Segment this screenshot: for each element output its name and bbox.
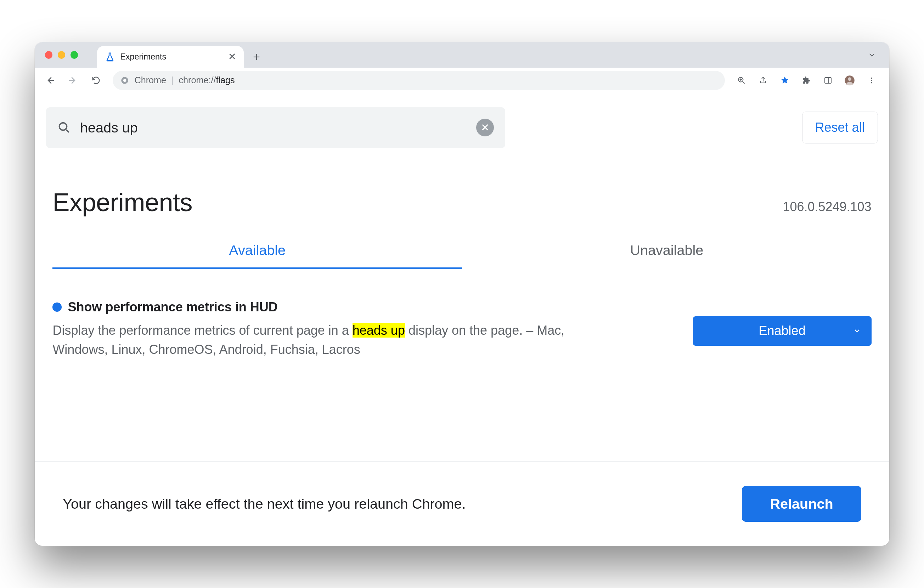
search-input[interactable] xyxy=(79,119,467,136)
extensions-icon[interactable] xyxy=(796,70,817,91)
content-inner: Experiments 106.0.5249.103 Available Una… xyxy=(35,162,889,359)
tab-strip: Experiments ✕ ＋ xyxy=(35,42,889,68)
address-bar[interactable]: Chrome | chrome://flags xyxy=(113,71,725,90)
browser-window: Experiments ✕ ＋ Chrome xyxy=(35,42,889,546)
relaunch-button[interactable]: Relaunch xyxy=(742,486,861,522)
menu-icon[interactable] xyxy=(861,70,882,91)
new-tab-button[interactable]: ＋ xyxy=(248,48,266,66)
search-highlight: heads up xyxy=(353,323,405,338)
flags-search[interactable]: ✕ xyxy=(46,107,505,148)
clear-search-icon[interactable]: ✕ xyxy=(476,119,494,137)
profile-avatar[interactable] xyxy=(840,70,860,91)
browser-toolbar: Chrome | chrome://flags xyxy=(35,68,889,93)
flag-state-select[interactable]: Enabled xyxy=(693,316,871,346)
svg-point-8 xyxy=(871,82,872,83)
search-row: ✕ Reset all xyxy=(35,93,889,162)
chrome-icon xyxy=(120,76,129,85)
svg-point-5 xyxy=(848,77,851,81)
chrome-version: 106.0.5249.103 xyxy=(783,199,871,214)
minimize-window-icon[interactable] xyxy=(58,51,66,59)
tab-title: Experiments xyxy=(120,52,223,62)
chevron-down-icon xyxy=(853,326,861,335)
url-origin: Chrome xyxy=(135,75,167,86)
page-content: ✕ Reset all Experiments 106.0.5249.103 A… xyxy=(35,93,889,546)
svg-point-1 xyxy=(123,79,127,82)
relaunch-bar: Your changes will take effect the next t… xyxy=(35,461,889,546)
tab-overflow-icon[interactable] xyxy=(867,50,885,59)
modified-dot-icon xyxy=(53,303,61,311)
tab-unavailable[interactable]: Unavailable xyxy=(462,242,871,269)
svg-point-7 xyxy=(871,80,872,81)
flask-icon xyxy=(105,52,115,62)
flag-description: Display the performance metrics of curre… xyxy=(53,321,575,359)
share-icon[interactable] xyxy=(753,70,774,91)
search-icon xyxy=(58,121,71,134)
browser-tab[interactable]: Experiments ✕ xyxy=(97,46,244,68)
zoom-icon[interactable] xyxy=(731,70,752,91)
relaunch-message: Your changes will take effect the next t… xyxy=(63,496,465,512)
bookmark-star-icon[interactable] xyxy=(774,70,795,91)
close-window-icon[interactable] xyxy=(45,51,53,59)
forward-button[interactable] xyxy=(63,70,83,91)
svg-point-6 xyxy=(871,77,872,79)
close-tab-icon[interactable]: ✕ xyxy=(228,52,236,62)
tab-available[interactable]: Available xyxy=(53,242,462,269)
reset-all-button[interactable]: Reset all xyxy=(802,112,878,143)
url-divider: | xyxy=(172,75,174,86)
page-title: Experiments xyxy=(53,188,192,217)
window-controls xyxy=(39,42,85,59)
flag-item: Show performance metrics in HUD Display … xyxy=(53,300,871,359)
flag-tabs: Available Unavailable xyxy=(53,242,871,269)
svg-point-9 xyxy=(59,123,67,130)
maximize-window-icon[interactable] xyxy=(71,51,78,59)
back-button[interactable] xyxy=(40,70,60,91)
side-panel-icon[interactable] xyxy=(818,70,838,91)
url-path: chrome://flags xyxy=(178,75,234,86)
svg-rect-3 xyxy=(825,77,831,83)
toolbar-actions xyxy=(731,70,884,91)
reload-button[interactable] xyxy=(86,70,106,91)
flag-title: Show performance metrics in HUD xyxy=(53,300,667,315)
